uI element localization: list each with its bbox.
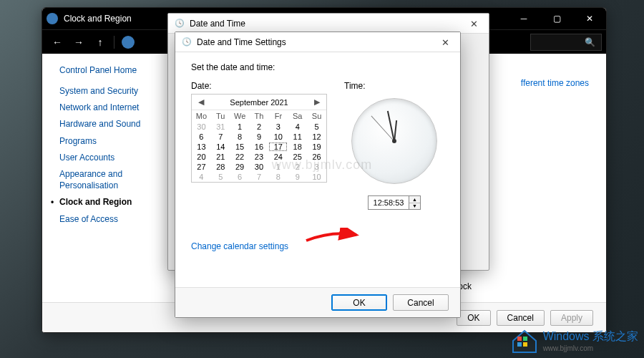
time-input[interactable] bbox=[368, 195, 409, 210]
analog-clock bbox=[351, 98, 437, 184]
outer-dialog-title: Date and Time bbox=[190, 19, 245, 29]
calendar-dow: Tu bbox=[211, 110, 230, 122]
date-label: Date: bbox=[191, 81, 327, 91]
calendar-day[interactable]: 15 bbox=[230, 142, 250, 152]
datetime-settings-icon: 🕓 bbox=[181, 37, 192, 48]
inner-dialog-titlebar[interactable]: 🕓 Date and Time Settings ✕ bbox=[175, 32, 460, 52]
calendar-day[interactable]: 2 bbox=[250, 122, 269, 132]
sidebar-item-ease-of-access[interactable]: Ease of Access bbox=[59, 213, 151, 225]
sidebar-item-programs[interactable]: Programs bbox=[59, 135, 151, 147]
nav-up-button[interactable]: ↑ bbox=[89, 33, 111, 52]
search-input[interactable]: 🔍 bbox=[530, 34, 602, 51]
calendar[interactable]: ◀ September 2021 ▶ MoTuWeThFrSaSu3031123… bbox=[191, 94, 327, 183]
sidebar: Control Panel Home System and SecurityNe… bbox=[42, 54, 158, 302]
calendar-day[interactable]: 7 bbox=[250, 172, 269, 182]
minimize-button[interactable]: ─ bbox=[507, 8, 540, 29]
calendar-dow: Sa bbox=[288, 110, 307, 122]
spinner-up-button[interactable]: ▲ bbox=[409, 196, 420, 203]
calendar-day[interactable]: 6 bbox=[192, 132, 211, 142]
calendar-prev-button[interactable]: ◀ bbox=[195, 97, 208, 107]
parent-title: Clock and Region bbox=[64, 14, 132, 24]
parent-ok-button[interactable]: OK bbox=[457, 310, 490, 326]
inner-dialog-footer: OK Cancel bbox=[175, 287, 460, 317]
calendar-day[interactable]: 17 bbox=[268, 142, 288, 152]
svg-rect-0 bbox=[517, 337, 522, 341]
calendar-month-label: September 2021 bbox=[230, 98, 288, 107]
calendar-day[interactable]: 1 bbox=[268, 162, 288, 172]
calendar-day[interactable]: 13 bbox=[192, 142, 211, 152]
sidebar-item-system-and-security[interactable]: System and Security bbox=[59, 85, 151, 97]
calendar-dow: Fr bbox=[268, 110, 288, 122]
outer-close-button[interactable]: ✕ bbox=[463, 16, 484, 31]
sidebar-item-hardware-and-sound[interactable]: Hardware and Sound bbox=[59, 118, 151, 130]
calendar-day[interactable]: 25 bbox=[288, 152, 307, 162]
svg-rect-2 bbox=[517, 342, 522, 347]
inner-close-button[interactable]: ✕ bbox=[434, 35, 456, 49]
calendar-day[interactable]: 10 bbox=[268, 132, 288, 142]
calendar-day[interactable]: 27 bbox=[192, 162, 211, 172]
calendar-day[interactable]: 30 bbox=[250, 162, 269, 172]
sidebar-item-appearance-and-personalisation[interactable]: Appearance and Personalisation bbox=[59, 168, 151, 191]
calendar-day[interactable]: 16 bbox=[250, 142, 269, 152]
nav-forward-button[interactable]: → bbox=[68, 33, 89, 52]
time-spinner[interactable]: ▲ ▼ bbox=[409, 195, 421, 210]
hour-hand bbox=[394, 120, 397, 142]
calendar-day[interactable]: 3 bbox=[268, 122, 288, 132]
inner-dialog-title: Date and Time Settings bbox=[197, 37, 286, 47]
calendar-dow: We bbox=[230, 110, 250, 122]
calendar-day[interactable]: 4 bbox=[192, 172, 211, 182]
cancel-button[interactable]: Cancel bbox=[393, 294, 449, 311]
close-button[interactable]: ✕ bbox=[573, 8, 606, 29]
parent-apply-button[interactable]: Apply bbox=[550, 310, 593, 326]
calendar-day[interactable]: 10 bbox=[307, 172, 326, 182]
search-icon: 🔍 bbox=[585, 37, 595, 47]
calendar-day[interactable]: 22 bbox=[230, 152, 250, 162]
calendar-settings-link[interactable]: Change calendar settings bbox=[191, 241, 288, 251]
calendar-day[interactable]: 31 bbox=[211, 122, 230, 132]
calendar-day[interactable]: 5 bbox=[211, 172, 230, 182]
calendar-day[interactable]: 3 bbox=[307, 162, 326, 172]
watermark-sub: www.bjjmlv.com bbox=[543, 344, 638, 352]
calendar-day[interactable]: 5 bbox=[307, 122, 326, 132]
sidebar-item-user-accounts[interactable]: User Accounts bbox=[59, 152, 151, 163]
sidebar-item-network-and-internet[interactable]: Network and Internet bbox=[59, 102, 151, 113]
calendar-day[interactable]: 26 bbox=[307, 152, 326, 162]
instruction-text: Set the date and time: bbox=[191, 62, 444, 72]
calendar-day[interactable]: 21 bbox=[211, 152, 230, 162]
calendar-day[interactable]: 20 bbox=[192, 152, 211, 162]
nav-back-button[interactable]: ← bbox=[47, 33, 68, 52]
sidebar-item-clock-and-region[interactable]: Clock and Region bbox=[59, 196, 151, 208]
calendar-day[interactable]: 28 bbox=[211, 162, 230, 172]
calendar-next-button[interactable]: ▶ bbox=[311, 97, 323, 107]
sidebar-home-link[interactable]: Control Panel Home bbox=[59, 65, 151, 75]
calendar-day[interactable]: 9 bbox=[250, 132, 269, 142]
calendar-day[interactable]: 8 bbox=[230, 132, 250, 142]
calendar-day[interactable]: 23 bbox=[250, 152, 269, 162]
calendar-day[interactable]: 9 bbox=[288, 172, 307, 182]
calendar-day[interactable]: 18 bbox=[288, 142, 307, 152]
address-icon bbox=[122, 36, 135, 49]
calendar-day[interactable]: 30 bbox=[192, 122, 211, 132]
calendar-day[interactable]: 19 bbox=[307, 142, 326, 152]
calendar-day[interactable]: 12 bbox=[307, 132, 326, 142]
calendar-day[interactable]: 4 bbox=[288, 122, 307, 132]
calendar-dow: Mo bbox=[192, 110, 211, 122]
maximize-button[interactable]: ▢ bbox=[540, 8, 573, 29]
calendar-day[interactable]: 1 bbox=[230, 122, 250, 132]
calendar-day[interactable]: 6 bbox=[230, 172, 250, 182]
calendar-dow: Th bbox=[250, 110, 269, 122]
outer-dialog-titlebar[interactable]: 🕓 Date and Time ✕ bbox=[168, 14, 489, 34]
spinner-down-button[interactable]: ▼ bbox=[409, 203, 420, 210]
calendar-day[interactable]: 14 bbox=[211, 142, 230, 152]
calendar-day[interactable]: 2 bbox=[288, 162, 307, 172]
calendar-day[interactable]: 7 bbox=[211, 132, 230, 142]
calendar-dow: Su bbox=[307, 110, 326, 122]
timezone-link-fragment[interactable]: fferent time zones bbox=[521, 78, 589, 88]
parent-cancel-button[interactable]: Cancel bbox=[497, 310, 545, 326]
svg-rect-1 bbox=[523, 337, 527, 341]
calendar-day[interactable]: 29 bbox=[230, 162, 250, 172]
calendar-day[interactable]: 24 bbox=[268, 152, 288, 162]
calendar-day[interactable]: 11 bbox=[288, 132, 307, 142]
ok-button[interactable]: OK bbox=[331, 294, 387, 311]
calendar-day[interactable]: 8 bbox=[268, 172, 288, 182]
